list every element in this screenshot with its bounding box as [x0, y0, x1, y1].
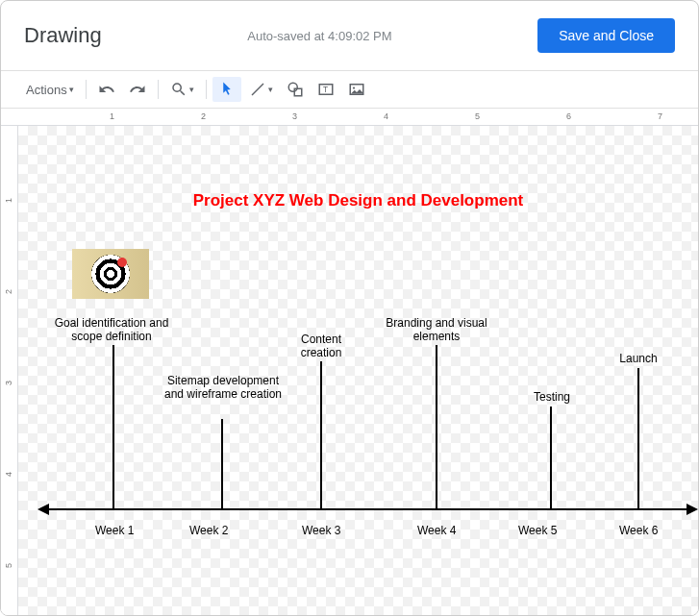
drawing-title[interactable]: Project XYZ Web Design and Development	[18, 191, 698, 210]
shape-icon	[287, 81, 304, 98]
redo-icon	[129, 81, 146, 98]
ruler-tick: 2	[201, 111, 206, 121]
svg-text:T: T	[323, 86, 328, 94]
week-label-6[interactable]: Week 6	[619, 524, 658, 537]
horizontal-ruler: 1 2 3 4 5 6 7	[1, 109, 698, 126]
zoom-icon	[170, 81, 187, 98]
undo-icon	[98, 81, 115, 98]
toolbar: Actions▾ ▾ ▾ T	[1, 71, 698, 109]
svg-point-5	[353, 86, 355, 88]
line-icon	[249, 81, 266, 98]
ruler-tick: 6	[566, 111, 571, 121]
week-label-3[interactable]: Week 3	[302, 524, 340, 537]
canvas-area[interactable]: 1 2 3 4 5 Project XYZ Web Design and Dev…	[1, 126, 698, 616]
ruler-tick: 4	[384, 111, 388, 121]
image-tool[interactable]	[342, 77, 371, 102]
milestone-label-3[interactable]: Content creation	[283, 333, 360, 359]
svg-rect-1	[294, 88, 302, 96]
tick-2[interactable]	[221, 419, 223, 508]
milestone-label-4[interactable]: Branding and visual elements	[384, 316, 489, 343]
ruler-tick: 7	[658, 111, 662, 121]
drawing-content: Project XYZ Web Design and Development G…	[18, 126, 698, 616]
tick-6[interactable]	[637, 368, 639, 508]
line-tool[interactable]: ▾	[243, 77, 279, 102]
actions-label: Actions	[26, 83, 67, 97]
milestone-label-1[interactable]: Goal identification and scope definition	[39, 316, 184, 343]
svg-point-0	[288, 83, 297, 91]
caret-icon: ▾	[189, 85, 194, 94]
timeline-arrow[interactable]	[47, 508, 688, 510]
undo-button[interactable]	[92, 77, 121, 102]
week-label-5[interactable]: Week 5	[518, 524, 557, 537]
textbox-icon: T	[317, 81, 335, 98]
caret-icon: ▾	[268, 85, 273, 94]
target-dart-icon	[117, 258, 127, 267]
milestone-label-2[interactable]: Sitemap development and wireframe creati…	[161, 374, 286, 401]
ruler-tick: 5	[475, 111, 480, 121]
ruler-tick: 3	[4, 381, 13, 385]
caret-icon: ▾	[69, 85, 74, 94]
tick-5[interactable]	[550, 407, 552, 508]
ruler-tick: 4	[4, 472, 13, 477]
actions-menu[interactable]: Actions▾	[20, 79, 80, 101]
target-image[interactable]	[72, 249, 149, 299]
shape-tool[interactable]	[281, 77, 310, 102]
tick-4[interactable]	[436, 345, 437, 508]
milestone-label-5[interactable]: Testing	[518, 390, 586, 404]
separator	[158, 80, 159, 99]
select-tool[interactable]	[212, 77, 241, 102]
target-icon	[91, 255, 130, 293]
milestone-label-6[interactable]: Launch	[605, 352, 672, 365]
save-and-close-button[interactable]: Save and Close	[537, 18, 675, 53]
autosave-status: Auto-saved at 4:09:02 PM	[102, 29, 537, 43]
week-label-1[interactable]: Week 1	[95, 524, 134, 537]
ruler-tick: 2	[4, 289, 13, 294]
ruler-tick: 3	[292, 111, 297, 121]
dialog-header: Drawing Auto-saved at 4:09:02 PM Save an…	[1, 1, 698, 71]
ruler-tick: 1	[4, 198, 13, 203]
cursor-icon	[218, 81, 236, 98]
ruler-tick: 5	[4, 563, 13, 568]
redo-button[interactable]	[123, 77, 152, 102]
vertical-ruler: 1 2 3 4 5	[1, 126, 18, 616]
tick-3[interactable]	[320, 361, 322, 508]
week-label-4[interactable]: Week 4	[417, 524, 456, 537]
tick-1[interactable]	[112, 345, 114, 508]
separator	[86, 80, 87, 99]
textbox-tool[interactable]: T	[312, 77, 340, 102]
image-icon	[348, 81, 365, 98]
dialog-title: Drawing	[24, 23, 102, 48]
separator	[206, 80, 207, 99]
ruler-tick: 1	[110, 111, 114, 121]
zoom-menu[interactable]: ▾	[164, 77, 200, 102]
week-label-2[interactable]: Week 2	[189, 524, 228, 537]
